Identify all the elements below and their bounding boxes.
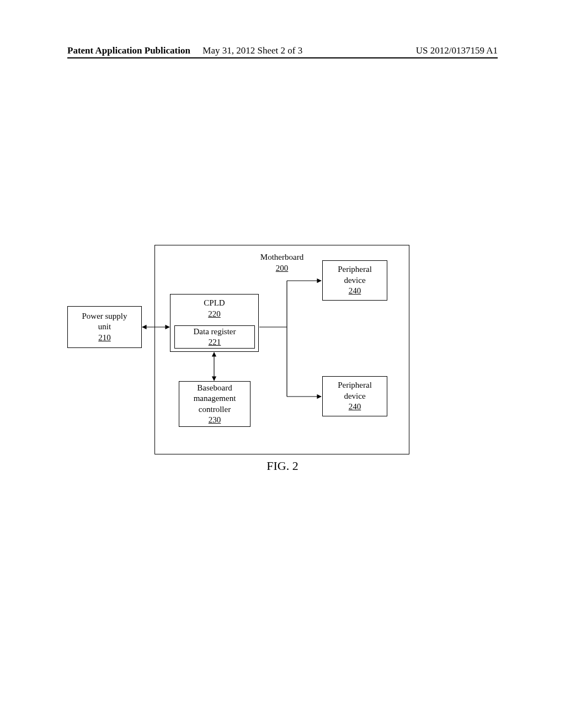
bmc-block: Baseboard management controller 230: [179, 381, 250, 427]
pd2-ref: 240: [349, 402, 361, 413]
pd1-label-1: Peripheral: [338, 264, 372, 275]
header-rule: [67, 57, 498, 58]
data-register-block: Data register 221: [174, 325, 255, 349]
bmc-ref: 230: [209, 415, 221, 426]
figure-caption: FIG. 2: [266, 459, 298, 473]
pd1-ref: 240: [349, 286, 361, 297]
motherboard-label-group: Motherboard 200: [260, 252, 303, 274]
data-register-ref: 221: [209, 337, 221, 348]
bmc-label-3: controller: [199, 404, 231, 415]
motherboard-ref: 200: [260, 263, 303, 274]
publication-number: US 2012/0137159 A1: [416, 45, 498, 56]
pd2-label-2: device: [344, 391, 365, 402]
peripheral-device-1-block: Peripheral device 240: [322, 260, 387, 301]
data-register-label: Data register: [193, 326, 236, 338]
publication-type: Patent Application Publication: [67, 45, 190, 56]
bmc-label-1: Baseboard: [197, 383, 232, 394]
motherboard-label: Motherboard: [260, 252, 303, 263]
bmc-label-2: management: [194, 393, 236, 404]
block-diagram: Power supply unit 210 Motherboard 200 CP…: [67, 242, 498, 468]
pd2-label-1: Peripheral: [338, 380, 372, 391]
cpld-ref: 220: [174, 309, 255, 320]
cpld-label: CPLD: [174, 298, 255, 309]
date-sheet: May 31, 2012 Sheet 2 of 3: [202, 45, 302, 56]
power-supply-unit-block: Power supply unit 210: [67, 306, 142, 348]
psu-ref: 210: [98, 333, 111, 344]
psu-label-1: Power supply: [82, 311, 127, 322]
peripheral-device-2-block: Peripheral device 240: [322, 376, 387, 416]
psu-label-2: unit: [98, 322, 111, 333]
page-header: Patent Application Publication May 31, 2…: [67, 45, 498, 56]
pd1-label-2: device: [344, 275, 365, 286]
